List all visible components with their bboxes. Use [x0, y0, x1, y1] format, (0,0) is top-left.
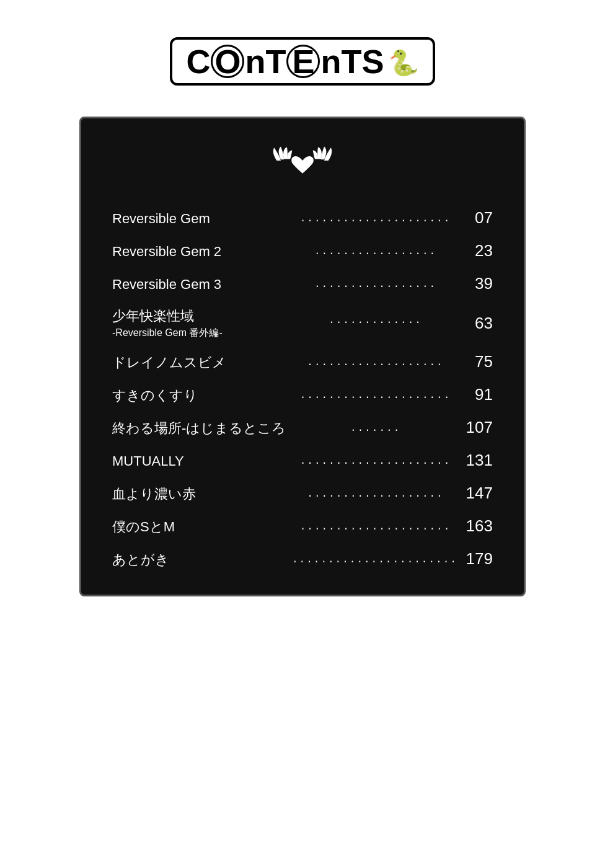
- toc-subtitle-4: -Reversible Gem 番外編-: [112, 327, 286, 340]
- toc-dots-2: ·················: [292, 248, 459, 259]
- toc-entry-9: 血より濃い赤 ··················· 147: [112, 477, 493, 510]
- toc-page-9: 147: [465, 484, 493, 503]
- toc-entry-2: Reversible Gem 2 ················· 23: [112, 235, 493, 268]
- toc-title-11: あとがき: [112, 551, 286, 569]
- toc-entry-8: MUTUALLY ····················· 131: [112, 445, 493, 477]
- toc-page-1: 07: [465, 208, 493, 228]
- title-letter-n2: n: [320, 45, 341, 78]
- winged-heart-icon: [272, 143, 333, 184]
- toc-main-box: Reversible Gem ····················· 07 …: [79, 117, 526, 596]
- contents-title-box: C O n T E n T S 🐍: [170, 37, 435, 86]
- toc-entry-6: すきのくすり ····················· 91: [112, 379, 493, 412]
- toc-entry-10: 僕のSとM ····················· 163: [112, 510, 493, 543]
- toc-entry-11: あとがき ························· 179: [112, 543, 493, 576]
- toc-title-9: 血より濃い赤: [112, 485, 286, 503]
- toc-dots-7: ·······: [292, 425, 459, 436]
- toc-entry-4: 少年快楽性域 -Reversible Gem 番外編- ············…: [112, 301, 493, 346]
- title-letter-t2: T: [341, 45, 361, 78]
- title-letter-s: S: [361, 45, 384, 78]
- toc-page-8: 131: [465, 451, 493, 470]
- toc-list: Reversible Gem ····················· 07 …: [112, 202, 493, 576]
- toc-dots-6: ·····················: [292, 392, 459, 403]
- toc-page-5: 75: [465, 352, 493, 371]
- toc-page-11: 179: [465, 549, 493, 569]
- toc-entry-1: Reversible Gem ····················· 07: [112, 202, 493, 235]
- snake-number-icon: 🐍: [388, 48, 419, 78]
- toc-entry-7: 終わる場所-はじまるところ ······· 107: [112, 412, 493, 445]
- toc-title-3: Reversible Gem 3: [112, 277, 286, 293]
- toc-dots-4: ·············: [292, 317, 459, 328]
- toc-title-4: 少年快楽性域 -Reversible Gem 番外編-: [112, 307, 286, 340]
- toc-dots-5: ···················: [292, 359, 459, 370]
- title-letter-t1: T: [265, 45, 286, 78]
- toc-dots-3: ·················: [292, 281, 459, 292]
- toc-dots-11: ·························: [292, 556, 459, 567]
- title-letter-e-circle: E: [286, 45, 320, 78]
- toc-page-7: 107: [465, 418, 493, 437]
- toc-page-2: 23: [465, 241, 493, 260]
- toc-title-6: すきのくすり: [112, 386, 286, 405]
- toc-title-2: Reversible Gem 2: [112, 244, 286, 260]
- toc-entry-5: ドレイノムスビメ ··················· 75: [112, 346, 493, 379]
- toc-title-5: ドレイノムスビメ: [112, 353, 286, 372]
- toc-page-10: 163: [465, 516, 493, 536]
- toc-dots-8: ·····················: [292, 458, 459, 469]
- title-letter-o-circle: O: [211, 45, 244, 78]
- title-letter-n: n: [245, 45, 265, 78]
- toc-page-3: 39: [465, 274, 493, 293]
- toc-dots-10: ·····················: [292, 523, 459, 534]
- toc-title-10: 僕のSとM: [112, 518, 286, 536]
- title-letter-c: C: [186, 45, 210, 78]
- toc-title-1: Reversible Gem: [112, 211, 286, 227]
- page: C O n T E n T S 🐍: [0, 0, 605, 868]
- toc-page-4: 63: [465, 314, 493, 333]
- toc-dots-9: ···················: [292, 490, 459, 502]
- toc-dots-1: ·····················: [292, 215, 459, 226]
- toc-title-7: 終わる場所-はじまるところ: [112, 419, 286, 438]
- toc-page-6: 91: [465, 385, 493, 404]
- toc-entry-3: Reversible Gem 3 ················· 39: [112, 268, 493, 301]
- toc-title-8: MUTUALLY: [112, 453, 286, 469]
